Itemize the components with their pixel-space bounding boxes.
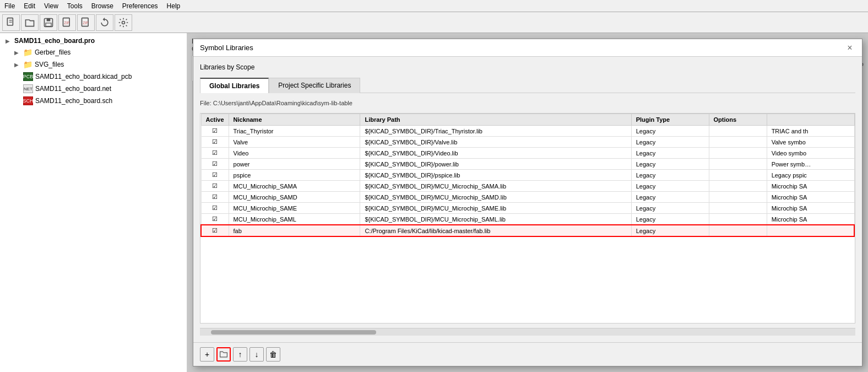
table-row[interactable]: ☑Video${KICAD_SYMBOL_DIR}/Video.libLegac… (201, 148, 854, 159)
dialog-footer: + ↑ ↓ 🗑 (193, 342, 862, 366)
menu-tools[interactable]: Tools (63, 1, 87, 11)
cell-active[interactable]: ☑ (201, 203, 229, 214)
gerber-expand-icon: ▶ (14, 50, 21, 56)
cell-path: ${KICAD_SYMBOL_DIR}/MCU_Microchip_SAML.l… (360, 214, 631, 225)
menu-file[interactable]: File (0, 1, 19, 11)
new-button[interactable] (2, 14, 20, 31)
cell-active[interactable]: ☑ (201, 214, 229, 225)
move-down-button[interactable]: ↓ (249, 347, 264, 362)
cell-plugin: Legacy (631, 137, 709, 148)
save-button[interactable] (40, 14, 57, 31)
cell-path: C:/Program Files/KiCad/lib/kicad-master/… (360, 225, 631, 236)
sidebar-item-svg[interactable]: ▶ 📁 SVG_files (11, 58, 185, 71)
sidebar-item-net[interactable]: NET SAMD11_echo_board.net (11, 83, 185, 95)
table-header-row: Active Nickname Library Path Plugin Type… (201, 114, 854, 126)
cell-nickname: pspice (229, 170, 360, 181)
sidebar-item-gerber[interactable]: ▶ 📁 Gerber_files (11, 46, 185, 58)
cell-nickname: power (229, 159, 360, 170)
cell-plugin: Legacy (631, 170, 709, 181)
table-row[interactable]: ☑Valve${KICAD_SYMBOL_DIR}/Valve.libLegac… (201, 137, 854, 148)
cell-nickname: MCU_Microchip_SAML (229, 214, 360, 225)
table-body: ☑Triac_Thyristor${KICAD_SYMBOL_DIR}/Tria… (201, 126, 854, 237)
cell-nickname: fab (229, 225, 360, 236)
dialog-body: Libraries by Scope Global Libraries Proj… (193, 57, 862, 342)
settings-button[interactable] (115, 14, 132, 31)
cell-plugin: Legacy (631, 203, 709, 214)
cell-active[interactable]: ☑ (201, 137, 229, 148)
cell-nickname: MCU_Microchip_SAMA (229, 181, 360, 192)
sidebar-project-root[interactable]: ▶ SAMD11_echo_board.pro (2, 35, 185, 46)
cell-options (709, 192, 767, 203)
cell-options (709, 137, 767, 148)
menu-help[interactable]: Help (162, 1, 185, 11)
cell-nickname: Video (229, 148, 360, 159)
col-desc (767, 114, 854, 126)
cell-active[interactable]: ☑ (201, 170, 229, 181)
cell-path: ${KICAD_SYMBOL_DIR}/MCU_Microchip_SAMD.l… (360, 192, 631, 203)
menubar: File Edit View Tools Browse Preferences … (0, 0, 868, 12)
cell-active[interactable]: ☑ (201, 159, 229, 170)
sch-label: SAMD11_echo_board.sch (35, 97, 112, 105)
cell-active[interactable]: ☑ (201, 181, 229, 192)
cell-description (767, 225, 854, 236)
table-row[interactable]: ☑pspice${KICAD_SYMBOL_DIR}/pspice.libLeg… (201, 170, 854, 181)
table-row[interactable]: ☑MCU_Microchip_SAML${KICAD_SYMBOL_DIR}/M… (201, 214, 854, 225)
add-library-button[interactable]: + (200, 347, 214, 362)
cell-active[interactable]: ☑ (201, 192, 229, 203)
cell-plugin: Legacy (631, 126, 709, 137)
col-active: Active (201, 114, 229, 126)
zip2-button[interactable]: ZIP (77, 14, 95, 31)
cell-plugin: Legacy (631, 148, 709, 159)
table-row[interactable]: ☑power${KICAD_SYMBOL_DIR}/power.libLegac… (201, 159, 854, 170)
cell-options (709, 225, 767, 236)
table-row[interactable]: ☑fabC:/Program Files/KiCad/lib/kicad-mas… (201, 225, 854, 236)
horizontal-scrollbar[interactable] (200, 328, 855, 336)
cell-options (709, 148, 767, 159)
net-file-icon: NET (23, 84, 33, 93)
net-label: SAMD11_echo_board.net (35, 85, 111, 93)
cell-path: ${KICAD_SYMBOL_DIR}/Triac_Thyristor.lib (360, 126, 631, 137)
zip-button[interactable]: ZIP (58, 14, 76, 31)
svg-rect-4 (47, 18, 51, 21)
move-up-button[interactable]: ↑ (233, 347, 247, 362)
cell-active[interactable]: ☑ (201, 126, 229, 137)
cell-description: Microchip SA (767, 192, 854, 203)
col-nickname: Nickname (229, 114, 360, 126)
menu-browse[interactable]: Browse (87, 1, 118, 11)
refresh-button[interactable] (96, 14, 113, 31)
browse-library-button[interactable] (216, 347, 231, 362)
cell-path: ${KICAD_SYMBOL_DIR}/pspice.lib (360, 170, 631, 181)
cell-active[interactable]: ☑ (201, 148, 229, 159)
tab-global-libraries[interactable]: Global Libraries (200, 78, 269, 93)
file-path-label: File: C:\Users\janti\AppData\Roaming\kic… (200, 100, 855, 106)
cell-description: Microchip SA (767, 203, 854, 214)
table-row[interactable]: ☑MCU_Microchip_SAMA${KICAD_SYMBOL_DIR}/M… (201, 181, 854, 192)
menu-preferences[interactable]: Preferences (118, 1, 162, 11)
cell-path: ${KICAD_SYMBOL_DIR}/Valve.lib (360, 137, 631, 148)
main-area: ▶ SAMD11_echo_board.pro ▶ 📁 Gerber_files… (0, 33, 868, 372)
table-row[interactable]: ☑Triac_Thyristor${KICAD_SYMBOL_DIR}/Tria… (201, 126, 854, 137)
sidebar-item-sch[interactable]: SCH SAMD11_echo_board.sch (11, 95, 185, 107)
cell-path: ${KICAD_SYMBOL_DIR}/MCU_Microchip_SAME.l… (360, 203, 631, 214)
pcb-label: SAMD11_echo_board.kicad_pcb (35, 73, 132, 80)
cell-nickname: Triac_Thyristor (229, 126, 360, 137)
open-button[interactable] (21, 14, 39, 31)
sidebar-item-pcb[interactable]: PCB SAMD11_echo_board.kicad_pcb (11, 71, 185, 83)
libraries-table-container[interactable]: Active Nickname Library Path Plugin Type… (200, 113, 855, 324)
gerber-label: Gerber_files (35, 48, 70, 56)
cell-nickname: Valve (229, 137, 360, 148)
delete-library-button[interactable]: 🗑 (266, 347, 280, 362)
svg-rect-0 (7, 18, 13, 25)
cell-description: Video symbo (767, 148, 854, 159)
content-area: Project name: C:\Users\janti\D... (187, 33, 868, 372)
table-row[interactable]: ☑MCU_Microchip_SAME${KICAD_SYMBOL_DIR}/M… (201, 203, 854, 214)
dialog-close-button[interactable]: × (844, 42, 855, 53)
cell-description: Legacy pspic (767, 170, 854, 181)
library-tabs: Global Libraries Project Specific Librar… (200, 78, 855, 93)
cell-plugin: Legacy (631, 225, 709, 236)
cell-active[interactable]: ☑ (201, 225, 229, 236)
menu-edit[interactable]: Edit (19, 1, 40, 11)
tab-project-libraries[interactable]: Project Specific Libraries (269, 78, 360, 93)
table-row[interactable]: ☑MCU_Microchip_SAMD${KICAD_SYMBOL_DIR}/M… (201, 192, 854, 203)
menu-view[interactable]: View (40, 1, 63, 11)
